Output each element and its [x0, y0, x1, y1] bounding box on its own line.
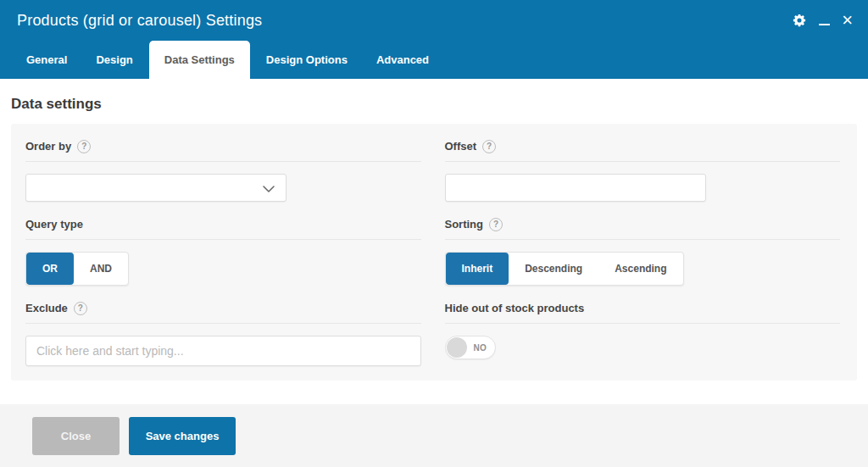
help-icon[interactable]: ? — [489, 218, 503, 231]
field-order-by: Order by ? — [25, 140, 421, 202]
query-type-group: OR AND — [25, 252, 129, 286]
main-content: Data settings Order by ? — [0, 79, 868, 404]
tab-design-options[interactable]: Design Options — [253, 41, 360, 79]
field-hide-out-of-stock: Hide out of stock products NO — [445, 302, 841, 366]
close-button[interactable]: Close — [32, 417, 120, 455]
sorting-inherit-button[interactable]: Inherit — [446, 253, 509, 285]
query-type-label: Query type — [25, 218, 83, 231]
tab-advanced[interactable]: Advanced — [364, 41, 442, 79]
titlebar: Products (grid or carousel) Settings × — [0, 0, 868, 41]
query-type-and-button[interactable]: AND — [74, 253, 128, 285]
tab-bar: General Design Data Settings Design Opti… — [0, 41, 868, 79]
exclude-label: Exclude — [25, 302, 68, 314]
hide-out-of-stock-label: Hide out of stock products — [445, 302, 585, 314]
offset-input[interactable] — [445, 174, 706, 202]
chevron-down-icon — [263, 181, 275, 196]
offset-label: Offset — [445, 140, 477, 153]
field-query-type: Query type OR AND — [25, 218, 421, 286]
help-icon[interactable]: ? — [482, 140, 496, 153]
field-offset: Offset ? — [445, 140, 841, 202]
exclude-input[interactable] — [25, 336, 421, 366]
sorting-descending-button[interactable]: Descending — [509, 253, 598, 285]
order-by-label: Order by — [25, 140, 71, 153]
page-title: Data settings — [11, 96, 868, 113]
hide-out-of-stock-toggle[interactable]: NO — [445, 336, 496, 359]
query-type-or-button[interactable]: OR — [26, 253, 74, 285]
divider — [25, 239, 421, 240]
toggle-knob — [447, 337, 467, 358]
help-icon[interactable]: ? — [74, 302, 87, 315]
divider — [445, 161, 841, 162]
minimize-icon[interactable] — [819, 15, 830, 25]
divider — [445, 239, 841, 240]
titlebar-icons: × — [792, 12, 853, 29]
order-by-select[interactable] — [25, 174, 287, 202]
dialog-footer: Close Save changes — [0, 404, 868, 467]
tab-data-settings[interactable]: Data Settings — [149, 41, 250, 79]
sorting-label: Sorting — [445, 218, 484, 231]
field-sorting: Sorting ? Inherit Descending Ascending — [445, 218, 841, 286]
save-changes-button[interactable]: Save changes — [129, 417, 236, 455]
sorting-ascending-button[interactable]: Ascending — [598, 253, 682, 285]
settings-window: Products (grid or carousel) Settings × G… — [0, 0, 868, 467]
tab-design[interactable]: Design — [83, 41, 145, 79]
window-title: Products (grid or carousel) Settings — [17, 12, 792, 30]
sorting-group: Inherit Descending Ascending — [445, 252, 684, 286]
divider — [25, 323, 421, 324]
divider — [445, 323, 841, 324]
help-icon[interactable]: ? — [77, 140, 91, 153]
divider — [25, 161, 421, 162]
field-exclude: Exclude ? — [25, 302, 421, 366]
toggle-state-label: NO — [474, 343, 487, 353]
close-icon[interactable]: × — [842, 12, 853, 29]
tab-general[interactable]: General — [14, 41, 80, 79]
gear-icon[interactable] — [792, 13, 807, 28]
settings-panel: Order by ? Offset ? — [11, 124, 857, 381]
